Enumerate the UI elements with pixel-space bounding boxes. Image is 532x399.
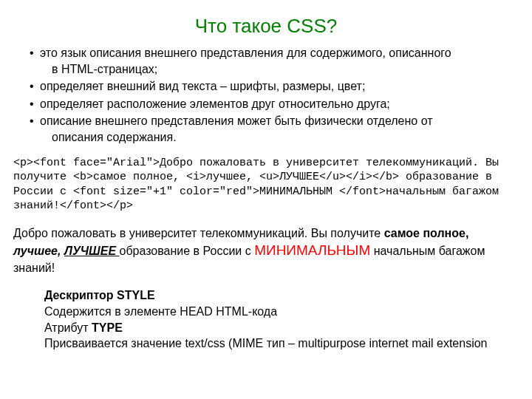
- bullet-marker: •: [30, 45, 40, 61]
- bullet-marker: •: [30, 78, 40, 95]
- rendered-underline: ЛУЧШЕЕ: [64, 245, 120, 257]
- style-line: Содержится в элементе HEAD HTML-кода: [44, 304, 519, 320]
- rendered-italic: лучшее,: [13, 245, 64, 257]
- style-descriptor-block: Дескриптор STYLE Содержится в элементе H…: [44, 287, 519, 351]
- style-strong: TYPE: [92, 321, 123, 334]
- bullet-text: описание внешнего представления может бы…: [40, 115, 433, 127]
- rendered-red: МИНИМАЛЬНЫМ: [254, 242, 370, 258]
- slide-title: Что такое CSS?: [13, 15, 519, 38]
- bullet-marker: •: [30, 96, 40, 112]
- bullet-list: •это язык описания внешнего представлени…: [30, 45, 519, 146]
- bullet-item: •это язык описания внешнего представлени…: [30, 45, 519, 77]
- style-text: Атрибут: [44, 321, 92, 334]
- bullet-item: •описание внешнего представления может б…: [30, 113, 519, 145]
- bullet-item: •определяет внешний вид текста – шрифты,…: [30, 78, 519, 95]
- style-strong: Дескриптор STYLE: [44, 289, 155, 301]
- bullet-text-cont: описания содержания.: [30, 129, 519, 146]
- code-example: <p><font face="Arial">Добро пожаловать в…: [13, 156, 519, 214]
- rendered-bold: самое полное,: [384, 227, 469, 239]
- bullet-text-cont: в HTML-страницах;: [30, 61, 519, 78]
- bullet-text: это язык описания внешнего представления…: [40, 47, 451, 59]
- style-line: Присваивается значение text/css (MIME ти…: [44, 335, 519, 352]
- rendered-text: образование в России с: [120, 245, 255, 257]
- bullet-text: определяет расположение элементов друг о…: [40, 98, 390, 110]
- style-line: Атрибут TYPE: [44, 320, 519, 336]
- style-line: Дескриптор STYLE: [44, 287, 519, 304]
- rendered-text: Добро пожаловать в университет телекомму…: [13, 227, 384, 239]
- bullet-text: определяет внешний вид текста – шрифты, …: [40, 80, 365, 92]
- bullet-item: •определяет расположение элементов друг …: [30, 96, 519, 112]
- rendered-example: Добро пожаловать в университет телекомму…: [13, 225, 519, 276]
- bullet-marker: •: [30, 113, 40, 129]
- slide: Что такое CSS? •это язык описания внешне…: [0, 0, 532, 399]
